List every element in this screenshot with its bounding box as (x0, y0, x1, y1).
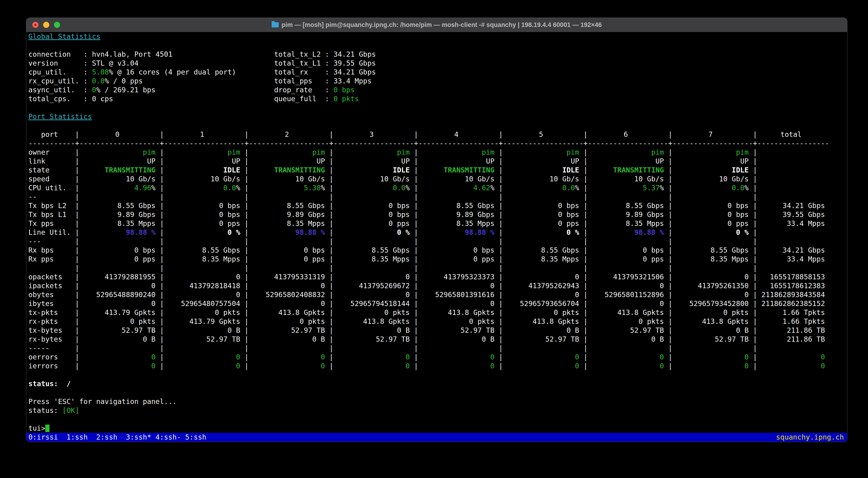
port-table-row--: ----- | | | | | | | | | (28, 344, 847, 353)
table-cell: 52965480757504 (164, 299, 240, 308)
port-table-row-owner: owner |pim |pim |pim |pim |pim |pim |pim… (28, 148, 847, 157)
table-cell: 413.8 Gpkts (249, 308, 325, 317)
port-table-row-state: state |TRANSMITTING |IDLE |TRANSMITTING … (28, 166, 847, 175)
port-stats-table: port |0 |1 |2 |3 |4 |5 |6 |7 |total-----… (28, 130, 847, 370)
table-cell: 0 (249, 362, 325, 370)
table-cell: 0 pkts (503, 308, 579, 317)
status-ok-line: status:[OK] (28, 406, 847, 415)
table-cell: 0 (164, 273, 240, 281)
status-label: status: (28, 380, 58, 388)
table-cell: UP (418, 157, 495, 166)
table-cell: 52.97 TB (588, 326, 664, 335)
table-cell: 0 (333, 353, 410, 362)
table-cell: 0 (672, 362, 749, 370)
table-cell: 0 (418, 299, 495, 308)
global-stat-line: version : STL @ v3.04total_tx_L1 : 39.55… (28, 59, 847, 68)
table-cell: 0.0% (164, 183, 240, 192)
port-table-row-rx-bps: Rx bps |0 bps |8.55 Gbps |0 bps |8.55 Gb… (28, 246, 847, 255)
table-cell: 0 bps (588, 246, 664, 255)
table-cell-total: 1.66 Tpkts (757, 308, 825, 317)
close-button[interactable] (32, 22, 38, 28)
table-cell: 52.97 TB (164, 335, 240, 344)
global-stat-line: cpu_util. : 5.08% @ 16 cores (4 per dual… (28, 68, 847, 77)
table-cell: 0 pps (588, 255, 664, 264)
port-table-row-tx-bps-l2: Tx bps L2 |8.55 Gbps |0 bps |8.55 Gbps |… (28, 201, 847, 210)
table-cell: 0 B (79, 335, 156, 344)
table-cell: 413795262943 (503, 281, 579, 290)
table-cell: 0 pkts (249, 317, 325, 326)
table-cell: 98.88 % (79, 228, 156, 237)
table-cell: 0 (79, 362, 156, 370)
table-cell: 0 pkts (672, 308, 749, 317)
table-cell: 8.35 Mpps (503, 255, 579, 264)
table-cell: 9.89 Gbps (588, 210, 664, 219)
table-cell: 0 (418, 353, 495, 362)
table-cell: 0 pps (503, 219, 579, 228)
zoom-button[interactable] (54, 22, 60, 28)
table-cell: 0 bps (249, 246, 325, 255)
table-cell: UP (672, 157, 749, 166)
table-cell: 52.97 TB (418, 326, 495, 335)
terminal-body[interactable]: Global Statistics connection : hvn4.lab,… (26, 32, 847, 442)
port-table-row-line-util-: Line Util. |98.88 % |0 % |98.88 % |0 % |… (28, 228, 847, 237)
global-stats-heading: Global Statistics (28, 32, 847, 41)
table-cell: pim (333, 148, 410, 157)
nav-hint-line: Press 'ESC' for navigation panel... (28, 397, 847, 406)
port-table-row-tx-pkts: tx-pkts |413.79 Gpkts |0 pkts |413.8 Gpk… (28, 308, 847, 317)
table-cell: 0 bps (503, 201, 579, 210)
table-cell-total: 1.66 Tpkts (757, 317, 825, 326)
table-cell: 0 (418, 281, 495, 290)
table-cell: 10 Gb/s (503, 175, 579, 183)
title-bar[interactable]: pim — [mosh] pim@squanchy.ipng.ch: /home… (26, 18, 847, 32)
port-table-row--: --- | | | | | | | | | (28, 237, 847, 246)
table-cell: 52.97 TB (333, 335, 410, 344)
table-cell: 0 B (418, 335, 495, 344)
table-cell: 9.89 Gbps (79, 210, 156, 219)
table-cell: 52965801152896 (588, 290, 664, 299)
table-cell: 0 % (164, 228, 240, 237)
table-cell: 8.35 Mpps (249, 219, 325, 228)
table-cell: 5.37% (588, 183, 664, 192)
table-cell-total: 211862862385152 (757, 299, 825, 308)
table-cell: 0 bps (672, 201, 749, 210)
table-cell: UP (588, 157, 664, 166)
table-cell: 0 pps (79, 255, 156, 264)
blank-line (28, 41, 847, 50)
table-cell: 8.35 Mpps (672, 255, 749, 264)
table-cell: 10 Gb/s (588, 175, 664, 183)
table-cell: 0 B (249, 335, 325, 344)
port-table-row-link: link |UP |UP |UP |UP |UP |UP |UP |UP | (28, 157, 847, 166)
screen-hostname: squanchy.ipng.ch (776, 433, 844, 442)
table-cell-total: 211.86 TB (757, 326, 825, 335)
port-stats-heading: Port Statistics (28, 112, 847, 121)
table-cell: 8.55 Gbps (672, 246, 749, 255)
table-cell: 0 (164, 362, 240, 370)
table-cell: 52965794518144 (333, 299, 410, 308)
table-cell: pim (588, 148, 664, 157)
table-cell-total: 34.21 Gbps (757, 246, 825, 255)
port-table-row-ibytes: ibytes |0 |52965480757504 |0 |5296579451… (28, 299, 847, 308)
table-cell: TRANSMITTING (79, 166, 156, 175)
minimize-button[interactable] (43, 22, 49, 28)
table-cell: 0 % (503, 228, 579, 237)
command-prompt-line[interactable]: tui> (28, 424, 847, 433)
blank-line (28, 370, 847, 379)
table-cell: 0 (418, 362, 495, 370)
port-table-row-tx-bytes: tx-bytes |52.97 TB |0 B |52.97 TB |0 B |… (28, 326, 847, 335)
traffic-lights (32, 22, 60, 28)
global-stat-line: connection : hvn4.lab, Port 4501total_tx… (28, 50, 847, 59)
table-cell: UP (503, 157, 579, 166)
table-cell: 8.35 Mpps (164, 255, 240, 264)
table-cell: 0 (249, 299, 325, 308)
status-label: status: (28, 406, 58, 414)
table-cell: 413795261350 (672, 281, 749, 290)
table-cell: 52965793656704 (503, 299, 579, 308)
table-cell: 0 bps (503, 210, 579, 219)
table-cell: IDLE (164, 166, 240, 175)
table-cell: pim (503, 148, 579, 157)
table-cell: UP (164, 157, 240, 166)
spinner: / (58, 380, 71, 388)
table-cell: 0 pkts (333, 308, 410, 317)
table-cell: 8.55 Gbps (164, 246, 240, 255)
table-cell: 0 pkts (79, 317, 156, 326)
